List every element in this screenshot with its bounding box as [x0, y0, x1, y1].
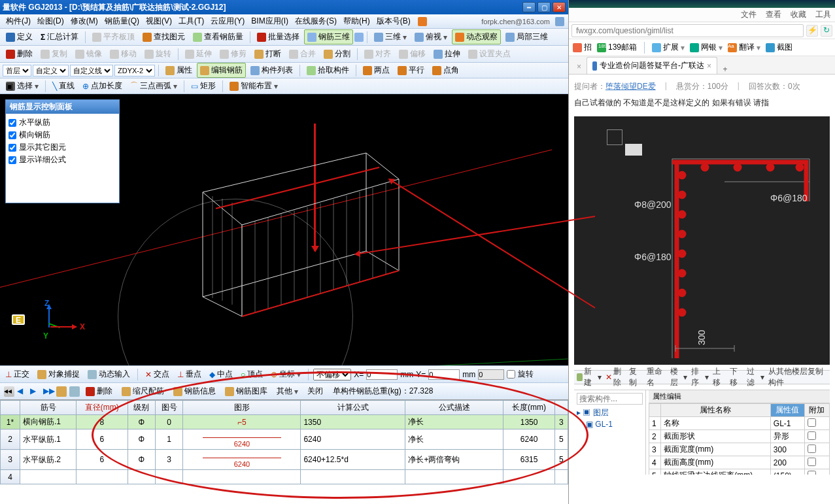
find-element-button[interactable]: 查找图元	[139, 29, 188, 44]
prop-row[interactable]: 4截面高度(mm)200	[649, 456, 830, 469]
align-button[interactable]: 对齐	[361, 46, 394, 61]
grid-delete-button[interactable]: 删除	[82, 384, 116, 399]
copy-button[interactable]: 复制	[37, 46, 71, 61]
floor-select[interactable]: 首层	[3, 65, 31, 76]
dyn-input-toggle[interactable]: 动态输入	[85, 367, 133, 381]
attr-button[interactable]: 属性	[162, 63, 196, 78]
3d-button[interactable]: 三维▾	[371, 29, 410, 44]
snap-perp[interactable]: ⊥垂点	[175, 367, 204, 381]
insert-btn-icon[interactable]	[69, 386, 80, 397]
pick-button[interactable]: 拾取构件	[303, 63, 352, 78]
member-select[interactable]: ZDYX-2	[114, 65, 155, 76]
rebar-3d-button[interactable]: 钢筋三维	[304, 29, 353, 44]
prop-row[interactable]: 2截面形状异形	[649, 430, 830, 443]
close-panel-button[interactable]: 关闭	[304, 384, 326, 399]
snap-cross[interactable]: ✕交点	[143, 367, 172, 381]
point-angle-button[interactable]: 点角	[429, 63, 462, 78]
ortho-toggle[interactable]: ⊥正交	[3, 367, 32, 381]
menu-rebar[interactable]: 钢筋量(Q)	[103, 16, 141, 27]
parallel-button[interactable]: 平行	[394, 63, 428, 78]
ext-translate[interactable]: 翻译	[739, 42, 755, 53]
sum-button[interactable]: Σ汇总计算	[37, 29, 82, 44]
menu-component[interactable]: 构件(J)	[4, 16, 33, 27]
filter-button[interactable]: 过滤▾	[747, 366, 764, 388]
table-row[interactable]: 3水平纵筋.26Φ362406240+12.5*d净长+两倍弯钩63155	[1, 450, 568, 470]
ext-mail[interactable]: 139邮箱	[608, 42, 637, 53]
lightning-icon[interactable]: ⚡	[806, 25, 818, 37]
break-button[interactable]: 打断	[251, 46, 284, 61]
del-member-button[interactable]: ✕删除	[605, 366, 625, 388]
ext-zhao[interactable]: 招	[584, 42, 592, 53]
rebar-lib-button[interactable]: 钢筋图库	[222, 384, 271, 399]
batch-select-button[interactable]: 批量选择	[254, 29, 303, 44]
smart-tool[interactable]: 智能布置▾	[226, 78, 281, 93]
other-button[interactable]: 其他▾	[273, 384, 301, 399]
tree-child[interactable]: ▣ GL-1	[577, 419, 643, 429]
floor-member-button[interactable]: 楼层▾	[670, 366, 688, 388]
osnap-toggle[interactable]: 对象捕捉	[35, 367, 82, 381]
delete-button[interactable]: 删除	[3, 46, 36, 61]
menu-version[interactable]: 版本号(B)	[375, 16, 413, 27]
url-input[interactable]	[571, 24, 804, 37]
merge-button[interactable]: 合并	[286, 46, 319, 61]
chk-formula[interactable]	[9, 156, 16, 164]
br-menu-view[interactable]: 查看	[766, 9, 781, 20]
member-table-button[interactable]: 构件列表	[247, 63, 296, 78]
sort-button[interactable]: 排序▾	[691, 366, 709, 388]
table-row[interactable]: 1*横向钢筋.18Φ0⌐51350净长13503	[1, 415, 568, 429]
x-input[interactable]	[366, 369, 398, 380]
rotate-button[interactable]: 旋转	[141, 46, 175, 61]
flat-button[interactable]: 平齐板顶	[89, 29, 138, 44]
maximize-button[interactable]: ▢	[537, 2, 551, 12]
chk-hrebar[interactable]	[9, 119, 16, 127]
new-tab-button[interactable]: +	[717, 65, 733, 74]
local-3d-button[interactable]: 局部三维	[502, 29, 551, 44]
new-member-button[interactable]: 新建▾	[577, 366, 602, 388]
table-row[interactable]: 2水平纵筋.16Φ162406240净长62405	[1, 429, 568, 450]
down-button[interactable]: 下移	[730, 366, 743, 388]
select-tool[interactable]: ▣选择▾	[3, 78, 42, 93]
close-button[interactable]: ✕	[553, 2, 566, 12]
snap-coord[interactable]: ⊕坐标▾	[268, 367, 303, 381]
copy-member-button[interactable]: 复制	[629, 366, 642, 388]
menu-modify[interactable]: 修改(M)	[69, 16, 100, 27]
menu-help[interactable]: 帮助(H)	[341, 16, 372, 27]
rotate-toggle[interactable]	[507, 370, 515, 378]
stretch-button[interactable]: 拉伸	[430, 46, 464, 61]
3d-dropdown-icon[interactable]	[354, 33, 364, 42]
spinner[interactable]	[478, 369, 504, 380]
ext-screenshot[interactable]: 截图	[777, 42, 792, 53]
copy-from-floor-button[interactable]: 从其他楼层复制构件	[768, 366, 827, 388]
br-menu-fav[interactable]: 收藏	[791, 9, 806, 20]
arc3-tool[interactable]: ⌒三点画弧▾	[127, 78, 180, 93]
y-input[interactable]	[428, 369, 460, 380]
chk-other[interactable]	[9, 144, 16, 152]
up-button[interactable]: 上移	[713, 366, 726, 388]
trim-button[interactable]: 修剪	[216, 46, 250, 61]
define-button[interactable]: 定义	[3, 29, 36, 44]
refresh-icon[interactable]: ↻	[821, 25, 832, 37]
browser-tab[interactable]: 专业造价问题答疑平台-广联达 ×	[587, 57, 717, 74]
scale-rebar-button[interactable]: 缩尺配筋	[118, 384, 167, 399]
two-point-button[interactable]: 两点	[360, 63, 393, 78]
ext-bank[interactable]: 网银	[701, 42, 717, 53]
view-rebar-button[interactable]: 查看钢筋量	[190, 29, 247, 44]
type-select[interactable]: 自定义线	[70, 65, 113, 76]
rect-tool[interactable]: ▭矩形	[188, 78, 219, 93]
table-row[interactable]: 4	[1, 470, 568, 484]
tab-close-icon[interactable]: ×	[707, 61, 711, 71]
edit-rebar-button[interactable]: 编辑钢筋	[197, 63, 246, 78]
component-tree[interactable]: ▸ ▣ 图层 ▣ GL-1	[574, 390, 646, 475]
topview-button[interactable]: 俯视▾	[411, 29, 451, 44]
extend-button[interactable]: 延伸	[182, 46, 215, 61]
snap-end[interactable]: ○顶点	[238, 367, 265, 381]
mirror-button[interactable]: 镜像	[72, 46, 105, 61]
cat-select[interactable]: 自定义	[33, 65, 69, 76]
move-button[interactable]: 移动	[107, 46, 140, 61]
br-menu-tool[interactable]: 工具	[815, 9, 831, 20]
rebar-grid[interactable]: 筋号 直径(mm) 级别 图号 图形 计算公式 公式描述 长度(mm) 1*横向…	[0, 399, 568, 504]
rename-member-button[interactable]: 重命名	[647, 366, 666, 388]
offset-button[interactable]: 偏移	[396, 46, 429, 61]
line-tool[interactable]: ╲直线	[49, 78, 78, 93]
tree-search[interactable]	[577, 393, 643, 405]
